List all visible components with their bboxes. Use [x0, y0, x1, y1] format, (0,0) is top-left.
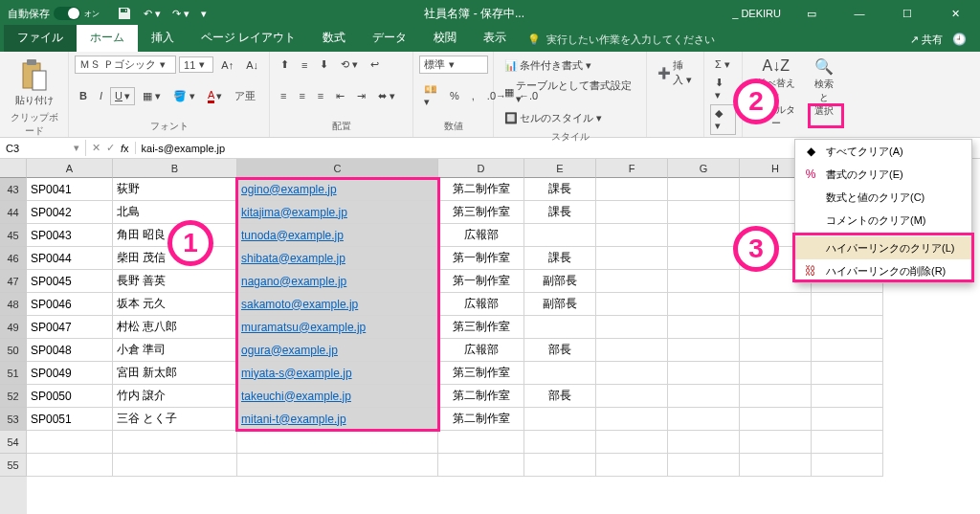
cell[interactable]: [596, 454, 668, 477]
align-right-button[interactable]: ≡: [313, 87, 328, 104]
remove-hyperlinks-item[interactable]: ⛓ハイパーリンクの削除(R): [795, 259, 971, 282]
cell[interactable]: [524, 454, 596, 477]
redo-icon[interactable]: ↷ ▾: [172, 8, 189, 20]
align-center-button[interactable]: ≡: [294, 87, 309, 104]
col-header-G[interactable]: G: [668, 159, 740, 178]
cell[interactable]: [237, 431, 438, 454]
percent-button[interactable]: %: [445, 87, 464, 104]
clear-comments-item[interactable]: コメントのクリア(M): [795, 209, 971, 232]
cell[interactable]: 課長: [524, 201, 596, 224]
wrap-button[interactable]: ↩: [366, 56, 384, 74]
cell[interactable]: 村松 恵八郎: [113, 316, 237, 339]
toggle-switch[interactable]: [54, 7, 80, 20]
enter-icon[interactable]: ✓: [106, 142, 115, 154]
cell[interactable]: tunoda@example.jp: [237, 224, 438, 247]
col-header-A[interactable]: A: [27, 159, 113, 178]
col-header-B[interactable]: B: [113, 159, 237, 178]
cell[interactable]: 第三制作室: [438, 201, 524, 224]
cell[interactable]: [596, 339, 668, 362]
cell[interactable]: 第二制作室: [438, 408, 524, 431]
cell[interactable]: 第二制作室: [438, 385, 524, 408]
col-header-F[interactable]: F: [596, 159, 668, 178]
tab-file[interactable]: ファイル: [4, 25, 77, 52]
row-header[interactable]: 43: [0, 178, 27, 201]
cell[interactable]: 長野 善英: [113, 270, 237, 293]
clear-contents-item[interactable]: 数式と値のクリア(C): [795, 186, 971, 209]
grow-font-button[interactable]: A↑: [216, 56, 238, 74]
cell[interactable]: [668, 247, 740, 270]
find-select-button[interactable]: 🔍検索と 選択: [806, 56, 842, 120]
indent-dec-button[interactable]: ⇤: [331, 87, 349, 105]
row-header[interactable]: 51: [0, 362, 27, 385]
cell[interactable]: SP0045: [27, 270, 113, 293]
cell[interactable]: [740, 316, 812, 339]
paste-button[interactable]: 貼り付け: [6, 56, 62, 109]
cell[interactable]: SP0044: [27, 247, 113, 270]
cell[interactable]: [524, 224, 596, 247]
number-format-combo[interactable]: 標準▾: [419, 56, 488, 74]
cell[interactable]: muramatsu@example.jp: [237, 316, 438, 339]
row-header[interactable]: 49: [0, 316, 27, 339]
tab-pagelayout[interactable]: ページ レイアウト: [188, 25, 309, 52]
align-mid-button[interactable]: ≡: [297, 56, 312, 74]
cell[interactable]: [740, 339, 812, 362]
cell[interactable]: 広報部: [438, 339, 524, 362]
cell[interactable]: 坂本 元久: [113, 293, 237, 316]
row-header[interactable]: 53: [0, 408, 27, 431]
col-header-E[interactable]: E: [524, 159, 596, 178]
currency-button[interactable]: 💴▾: [419, 80, 442, 111]
name-box[interactable]: C3▾: [0, 140, 86, 156]
cell[interactable]: [812, 385, 883, 408]
cell[interactable]: 竹内 譲介: [113, 385, 237, 408]
cell[interactable]: [113, 431, 237, 454]
cell[interactable]: mitani-t@example.jp: [237, 408, 438, 431]
cell[interactable]: SP0047: [27, 316, 113, 339]
cell[interactable]: ogino@example.jp: [237, 178, 438, 201]
cell[interactable]: [812, 431, 883, 454]
align-top-button[interactable]: ⬆: [276, 56, 294, 74]
font-name-combo[interactable]: ＭＳ Ｐゴシック▾: [75, 56, 176, 74]
cell[interactable]: [524, 431, 596, 454]
close-button[interactable]: ✕: [934, 0, 976, 27]
cell[interactable]: 小倉 準司: [113, 339, 237, 362]
align-bot-button[interactable]: ⬇: [315, 56, 333, 74]
cell[interactable]: [438, 454, 524, 477]
row-header[interactable]: 52: [0, 385, 27, 408]
border-button[interactable]: ▦ ▾: [138, 87, 166, 105]
cell[interactable]: [812, 362, 883, 385]
tab-review[interactable]: 校閲: [420, 25, 470, 52]
cell[interactable]: [596, 408, 668, 431]
save-icon[interactable]: [117, 6, 132, 21]
cell[interactable]: [113, 454, 237, 477]
orientation-button[interactable]: ⟲ ▾: [336, 56, 363, 74]
cell[interactable]: 部長: [524, 339, 596, 362]
cell[interactable]: SP0041: [27, 178, 113, 201]
cell[interactable]: [668, 316, 740, 339]
cell[interactable]: 広報部: [438, 224, 524, 247]
cell[interactable]: [596, 224, 668, 247]
autosum-button[interactable]: Σ ▾: [710, 56, 736, 74]
cell[interactable]: miyata-s@example.jp: [237, 362, 438, 385]
row-header[interactable]: 55: [0, 454, 27, 477]
cell[interactable]: [596, 385, 668, 408]
clear-all-item[interactable]: ◆すべてクリア(A): [795, 140, 971, 163]
cell[interactable]: [740, 454, 812, 477]
cell[interactable]: [668, 339, 740, 362]
cell[interactable]: 広報部: [438, 293, 524, 316]
cond-format-button[interactable]: 📊 条件付き書式 ▾: [500, 56, 640, 76]
cell[interactable]: 課長: [524, 178, 596, 201]
italic-button[interactable]: I: [95, 87, 107, 104]
history-icon[interactable]: 🕘: [952, 33, 967, 47]
cell[interactable]: [596, 247, 668, 270]
cell[interactable]: [596, 201, 668, 224]
cell[interactable]: [596, 293, 668, 316]
cell[interactable]: 第三制作室: [438, 362, 524, 385]
cell[interactable]: 荻野: [113, 178, 237, 201]
clear-hyperlinks-item[interactable]: ハイパーリンクのクリア(L): [795, 236, 971, 259]
cell[interactable]: kitajima@example.jp: [237, 201, 438, 224]
share-button[interactable]: ↗ 共有: [910, 33, 943, 47]
fill-color-button[interactable]: 🪣 ▾: [168, 87, 200, 105]
cell[interactable]: SP0042: [27, 201, 113, 224]
cell[interactable]: ogura@example.jp: [237, 339, 438, 362]
col-header-D[interactable]: D: [438, 159, 524, 178]
